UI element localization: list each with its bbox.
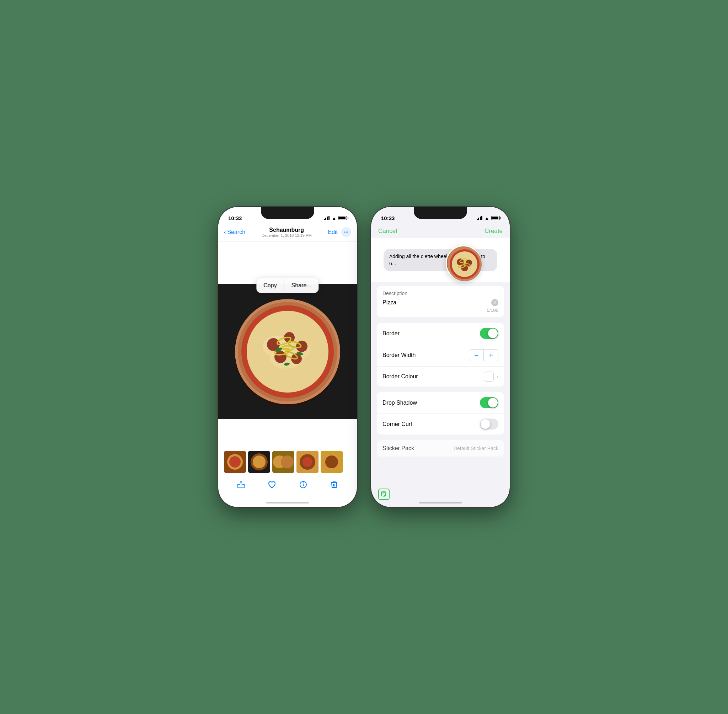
sticker-nav: Cancel Create bbox=[371, 224, 510, 238]
back-button[interactable]: ‹ Search bbox=[224, 229, 245, 236]
drop-shadow-label: Drop Shadow bbox=[382, 400, 417, 406]
sticker-preview-area: Adding all the c ette wheel will equival… bbox=[371, 238, 510, 282]
pizza-image bbox=[218, 284, 357, 419]
thumbnail-3[interactable] bbox=[272, 451, 294, 473]
corner-curl-toggle[interactable] bbox=[480, 418, 498, 429]
wifi-icon: ▲ bbox=[332, 216, 336, 221]
border-colour-row[interactable]: Border Colour › bbox=[377, 367, 504, 387]
thumbnail-5[interactable] bbox=[321, 451, 343, 473]
sticker-preview-pizza bbox=[446, 245, 481, 281]
nav-title-sub: December 1, 2016 12:19 PM bbox=[262, 233, 312, 237]
border-width-row: Border Width − + bbox=[377, 344, 504, 367]
svg-point-27 bbox=[253, 456, 265, 468]
compose-button[interactable] bbox=[378, 489, 389, 500]
border-toggle[interactable] bbox=[480, 328, 498, 339]
ellipsis-icon: ··· bbox=[344, 229, 348, 236]
corner-curl-label: Corner Curl bbox=[382, 421, 412, 428]
sticker-pack-value: Default Sticker Pack bbox=[454, 446, 498, 451]
description-section: Description ✕ 5/100 bbox=[377, 286, 504, 317]
edit-button[interactable]: Edit bbox=[328, 229, 338, 236]
chevron-left-icon: ‹ bbox=[224, 229, 226, 236]
chevron-right-icon: › bbox=[497, 374, 498, 380]
phone-1: 10:33 ▲ ‹ Search Schaumbur bbox=[218, 207, 357, 507]
desc-input-row: ✕ bbox=[382, 299, 498, 306]
effects-section: Drop Shadow Corner Curl bbox=[377, 392, 504, 435]
drop-shadow-row: Drop Shadow bbox=[377, 392, 504, 414]
stepper-minus[interactable]: − bbox=[469, 350, 484, 361]
below-image-area bbox=[218, 419, 357, 448]
nav-title-main: Schaumburg bbox=[262, 227, 312, 233]
sticker-pack-row[interactable]: Sticker Pack Default Sticker Pack bbox=[377, 440, 504, 456]
time-phone2: 10:33 bbox=[381, 215, 395, 221]
clear-button[interactable]: ✕ bbox=[491, 299, 498, 306]
bottom-toolbar-phone1 bbox=[218, 476, 357, 500]
description-label: Description bbox=[382, 291, 498, 296]
create-button[interactable]: Create bbox=[484, 228, 503, 235]
phone1-screen: 10:33 ▲ ‹ Search Schaumbur bbox=[218, 207, 357, 507]
svg-point-33 bbox=[303, 457, 313, 467]
toggle-knob-curl bbox=[481, 419, 490, 429]
share-button[interactable]: Share... bbox=[285, 278, 319, 293]
status-icons-phone2: ▲ bbox=[477, 216, 500, 221]
share-button-toolbar[interactable] bbox=[236, 480, 246, 490]
description-input[interactable] bbox=[382, 299, 488, 306]
photo-whitespace bbox=[218, 242, 357, 284]
svg-point-39 bbox=[303, 483, 303, 483]
svg-point-24 bbox=[229, 456, 241, 468]
sticker-pack-label: Sticker Pack bbox=[382, 445, 414, 452]
pizza-svg bbox=[231, 295, 345, 408]
phone-2: 10:33 ▲ Cancel Create Adding bbox=[371, 207, 510, 507]
stepper-plus[interactable]: + bbox=[484, 350, 498, 361]
svg-point-36 bbox=[325, 456, 338, 468]
info-button[interactable] bbox=[298, 480, 308, 490]
more-button[interactable]: ··· bbox=[341, 227, 351, 237]
pizza-container bbox=[218, 284, 357, 419]
color-swatch[interactable] bbox=[484, 372, 494, 381]
sticker-pack-section: Sticker Pack Default Sticker Pack bbox=[377, 440, 504, 456]
signal-icon bbox=[324, 216, 330, 220]
thumbnail-1[interactable] bbox=[224, 451, 246, 473]
notch-phone2 bbox=[414, 207, 467, 219]
drop-shadow-toggle[interactable] bbox=[480, 397, 498, 408]
heart-button[interactable] bbox=[267, 480, 277, 490]
trash-button[interactable] bbox=[329, 480, 339, 490]
home-indicator-phone2 bbox=[419, 502, 462, 504]
thumbnail-strip bbox=[218, 448, 357, 476]
thumbnail-2[interactable] bbox=[248, 451, 270, 473]
battery-icon-phone2 bbox=[491, 216, 500, 220]
nav-actions: Edit ··· bbox=[328, 227, 351, 237]
time-phone1: 10:33 bbox=[228, 215, 242, 221]
corner-curl-row: Corner Curl bbox=[377, 414, 504, 435]
border-width-stepper: − + bbox=[469, 349, 498, 361]
char-count: 5/100 bbox=[382, 308, 498, 313]
border-section: Border Border Width − + Border Colour bbox=[377, 323, 504, 387]
border-label: Border bbox=[382, 330, 400, 337]
toggle-knob-shadow bbox=[488, 398, 498, 408]
border-row: Border bbox=[377, 323, 504, 344]
copy-button[interactable]: Copy bbox=[256, 278, 284, 293]
wifi-icon-phone2: ▲ bbox=[484, 216, 489, 221]
home-indicator-phone1 bbox=[266, 502, 309, 504]
notch bbox=[261, 207, 314, 219]
border-colour-label: Border Colour bbox=[382, 374, 418, 380]
back-label: Search bbox=[227, 229, 245, 236]
cancel-button[interactable]: Cancel bbox=[378, 228, 397, 235]
svg-point-30 bbox=[281, 456, 294, 468]
status-icons-phone1: ▲ bbox=[324, 216, 347, 221]
signal-icon-phone2 bbox=[477, 216, 483, 220]
border-width-label: Border Width bbox=[382, 352, 415, 358]
nav-title: Schaumburg December 1, 2016 12:19 PM bbox=[262, 227, 312, 237]
color-row-right: › bbox=[484, 372, 498, 381]
battery-icon bbox=[339, 216, 347, 220]
nav-bar-phone1: ‹ Search Schaumburg December 1, 2016 12:… bbox=[218, 224, 357, 242]
toggle-knob-border bbox=[488, 328, 498, 338]
phone2-screen: 10:33 ▲ Cancel Create Adding bbox=[371, 207, 510, 507]
thumbnail-4[interactable] bbox=[297, 451, 319, 473]
compose-area bbox=[378, 489, 389, 500]
context-menu: Copy Share... bbox=[256, 278, 319, 293]
form-scroll-area: Description ✕ 5/100 Border Border Width bbox=[371, 286, 510, 462]
